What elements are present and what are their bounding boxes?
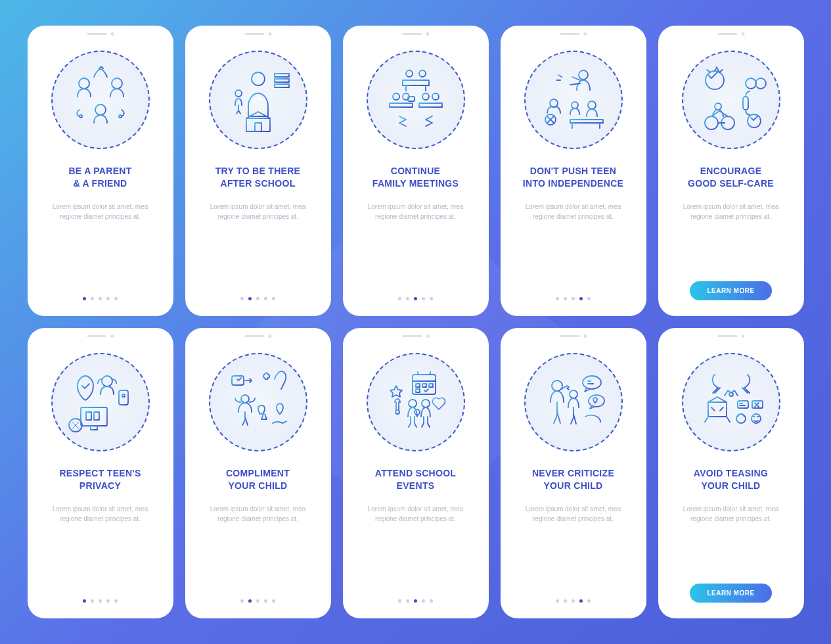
pagination-dot[interactable] [99, 599, 102, 603]
pagination-dot[interactable] [556, 297, 559, 300]
pagination-dot[interactable] [564, 599, 567, 603]
pagination-dot[interactable] [83, 599, 86, 603]
onboarding-card: RESPECT TEEN'S PRIVACY Lorem ipsum dolor… [28, 328, 173, 618]
pagination-dot[interactable] [430, 599, 433, 603]
pagination-dot[interactable] [240, 297, 244, 300]
pagination-dot[interactable] [579, 599, 583, 603]
concept-icon [682, 51, 780, 149]
pagination-dot[interactable] [406, 599, 409, 603]
pagination-dot[interactable] [422, 297, 425, 300]
svg-rect-47 [422, 384, 426, 387]
card-body: Lorem ipsum dolor sit amet, mea regione … [667, 202, 795, 221]
onboarding-card: DON'T PUSH TEEN INTO INDEPENDENCE Lorem … [501, 26, 646, 316]
svg-rect-17 [390, 103, 413, 107]
svg-point-44 [241, 395, 249, 403]
pagination-dot[interactable] [422, 599, 425, 603]
svg-point-32 [715, 103, 721, 110]
card-title: ATTEND SCHOOL EVENTS [375, 467, 456, 492]
pagination-dot[interactable] [99, 297, 102, 300]
pagination-dot[interactable] [587, 599, 591, 603]
pagination-dot[interactable] [414, 599, 417, 603]
concept-icon [51, 51, 150, 149]
onboarding-card: NEVER CRITICIZE YOUR CHILD Lorem ipsum d… [501, 328, 646, 618]
card-title: COMPLIMENT YOUR CHILD [226, 467, 290, 492]
svg-rect-10 [246, 118, 270, 131]
pagination-dot[interactable] [106, 297, 110, 300]
onboarding-card: ATTEND SCHOOL EVENTS Lorem ipsum dolor s… [343, 328, 489, 618]
svg-rect-48 [429, 384, 433, 387]
pagination-dot[interactable] [256, 599, 259, 603]
svg-point-35 [748, 114, 761, 127]
pagination-dot[interactable] [572, 599, 575, 603]
svg-rect-27 [570, 120, 603, 123]
card-title: NEVER CRITICIZE YOUR CHILD [532, 467, 614, 492]
pagination-dots [398, 297, 433, 300]
phone-notch [560, 334, 587, 338]
svg-point-4 [119, 115, 122, 118]
svg-rect-8 [275, 79, 289, 82]
onboarding-card: ENCOURAGE GOOD SELF-CARE Lorem ipsum dol… [658, 26, 804, 316]
phone-notch [244, 334, 271, 338]
pagination-dot[interactable] [556, 599, 559, 603]
pagination-dot[interactable] [406, 297, 409, 300]
pagination-dot[interactable] [248, 297, 252, 300]
pagination-dot[interactable] [587, 297, 591, 300]
svg-rect-40 [86, 412, 91, 420]
onboarding-card: COMPLIMENT YOUR CHILD Lorem ipsum dolor … [185, 328, 331, 618]
svg-point-25 [572, 102, 578, 108]
pagination-dot[interactable] [272, 297, 275, 300]
card-body: Lorem ipsum dolor sit amet, mea regione … [194, 504, 322, 524]
svg-rect-58 [708, 402, 727, 417]
svg-point-36 [102, 376, 112, 386]
svg-rect-49 [416, 389, 420, 392]
svg-point-55 [583, 376, 601, 389]
pagination-dot[interactable] [91, 599, 94, 603]
pagination-dots [556, 297, 591, 300]
pagination-dot[interactable] [398, 297, 401, 300]
pagination-dot[interactable] [414, 297, 417, 300]
card-title: RESPECT TEEN'S PRIVACY [59, 467, 141, 492]
pagination-dot[interactable] [272, 599, 275, 603]
pagination-dots [240, 599, 275, 603]
pagination-dot[interactable] [579, 297, 583, 300]
phone-notch [402, 334, 429, 338]
svg-rect-31 [743, 97, 748, 110]
card-title: ENCOURAGE GOOD SELF-CARE [688, 165, 774, 190]
svg-point-1 [112, 78, 122, 89]
card-title: DON'T PUSH TEEN INTO INDEPENDENCE [523, 165, 623, 190]
pagination-dot[interactable] [264, 599, 267, 603]
learn-more-button[interactable]: LEARN MORE [690, 281, 771, 300]
learn-more-button[interactable]: LEARN MORE [690, 584, 771, 603]
pagination-dot[interactable] [256, 297, 259, 300]
svg-point-19 [432, 93, 439, 100]
svg-rect-7 [275, 74, 289, 77]
svg-point-12 [406, 70, 413, 77]
svg-point-38 [122, 394, 125, 397]
pagination-dot[interactable] [240, 599, 244, 603]
pagination-dot[interactable] [114, 297, 118, 300]
pagination-dot[interactable] [564, 297, 567, 300]
pagination-dot[interactable] [114, 599, 118, 603]
pagination-dot[interactable] [572, 297, 575, 300]
card-body: Lorem ipsum dolor sit amet, mea regione … [194, 202, 322, 221]
pagination-dot[interactable] [398, 599, 401, 603]
svg-rect-59 [738, 401, 748, 408]
pagination-dot[interactable] [430, 297, 433, 300]
phone-notch [717, 32, 744, 35]
card-body: Lorem ipsum dolor sit amet, mea regione … [37, 202, 164, 221]
card-title: CONTINUE FAMILY MEETINGS [372, 165, 459, 190]
pagination-dot[interactable] [83, 297, 86, 300]
pagination-dot[interactable] [264, 297, 267, 300]
svg-point-54 [570, 390, 577, 398]
svg-rect-20 [419, 103, 442, 107]
card-body: Lorem ipsum dolor sit amet, mea regione … [667, 504, 795, 524]
card-body: Lorem ipsum dolor sit amet, mea regione … [37, 504, 164, 524]
phone-notch [87, 334, 114, 338]
pagination-dot[interactable] [106, 599, 110, 603]
pagination-dots [240, 297, 275, 300]
concept-icon [209, 51, 307, 149]
pagination-dot[interactable] [91, 297, 94, 300]
pagination-dot[interactable] [248, 599, 252, 603]
pagination-dots [398, 599, 433, 603]
phone-notch [717, 334, 744, 338]
